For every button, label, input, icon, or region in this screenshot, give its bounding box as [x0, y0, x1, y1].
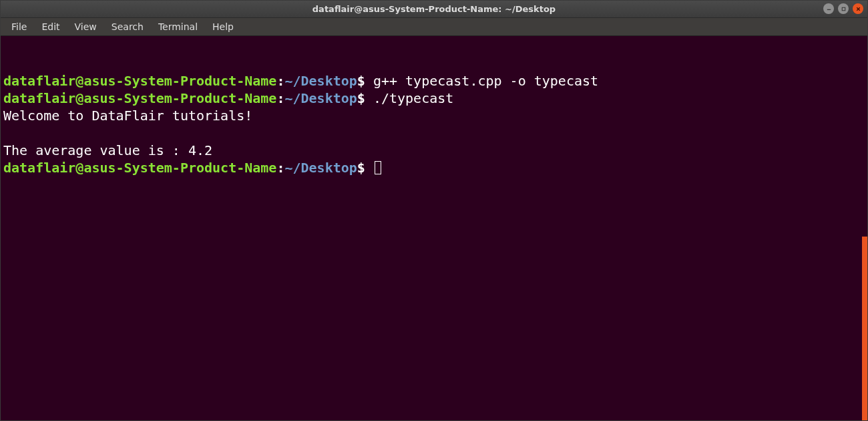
close-button[interactable] [853, 3, 863, 14]
svg-rect-1 [842, 7, 845, 11]
menu-help[interactable]: Help [206, 19, 240, 35]
prompt-dollar: $ [357, 73, 365, 89]
prompt-path: ~/Desktop [284, 90, 357, 106]
command-text: ./typecast [365, 90, 453, 106]
terminal-area[interactable]: dataflair@asus-System-Product-Name:~/Des… [1, 36, 867, 420]
terminal-window: dataflair@asus-System-Product-Name: ~/De… [0, 0, 868, 421]
prompt-dollar: $ [357, 90, 365, 106]
terminal-line: The average value is : 4.2 [3, 142, 865, 159]
prompt-user: dataflair@asus-System-Product-Name [3, 73, 276, 89]
terminal-line: dataflair@asus-System-Product-Name:~/Des… [3, 159, 865, 176]
prompt-path: ~/Desktop [284, 73, 357, 89]
menu-terminal[interactable]: Terminal [152, 19, 204, 35]
prompt-user: dataflair@asus-System-Product-Name [3, 160, 276, 176]
prompt-colon: : [276, 73, 284, 89]
terminal-line: Welcome to DataFlair tutorials! [3, 107, 865, 124]
prompt-user: dataflair@asus-System-Product-Name [3, 90, 276, 106]
command-text [365, 160, 373, 176]
minimize-icon [826, 6, 832, 12]
window-controls [823, 3, 863, 14]
prompt-path: ~/Desktop [284, 160, 357, 176]
menu-file[interactable]: File [5, 19, 33, 35]
output-text: The average value is : 4.2 [3, 142, 212, 158]
terminal-line: dataflair@asus-System-Product-Name:~/Des… [3, 90, 865, 107]
prompt-dollar: $ [357, 160, 365, 176]
cursor [375, 161, 381, 174]
titlebar: dataflair@asus-System-Product-Name: ~/De… [1, 1, 867, 18]
prompt-colon: : [276, 160, 284, 176]
prompt-colon: : [276, 90, 284, 106]
terminal-line [3, 124, 865, 142]
menu-search[interactable]: Search [105, 19, 150, 35]
scrollbar-thumb[interactable] [862, 237, 867, 420]
output-text: Welcome to DataFlair tutorials! [3, 108, 252, 124]
minimize-button[interactable] [823, 3, 834, 14]
terminal-line: dataflair@asus-System-Product-Name:~/Des… [3, 72, 865, 90]
window-title: dataflair@asus-System-Product-Name: ~/De… [312, 4, 556, 14]
menu-view[interactable]: View [68, 19, 103, 35]
close-icon [855, 6, 861, 12]
maximize-button[interactable] [838, 3, 849, 14]
menu-edit[interactable]: Edit [35, 19, 66, 35]
menubar: File Edit View Search Terminal Help [1, 18, 867, 36]
command-text: g++ typecast.cpp -o typecast [365, 73, 598, 89]
maximize-icon [841, 6, 847, 12]
output-text [3, 125, 11, 141]
